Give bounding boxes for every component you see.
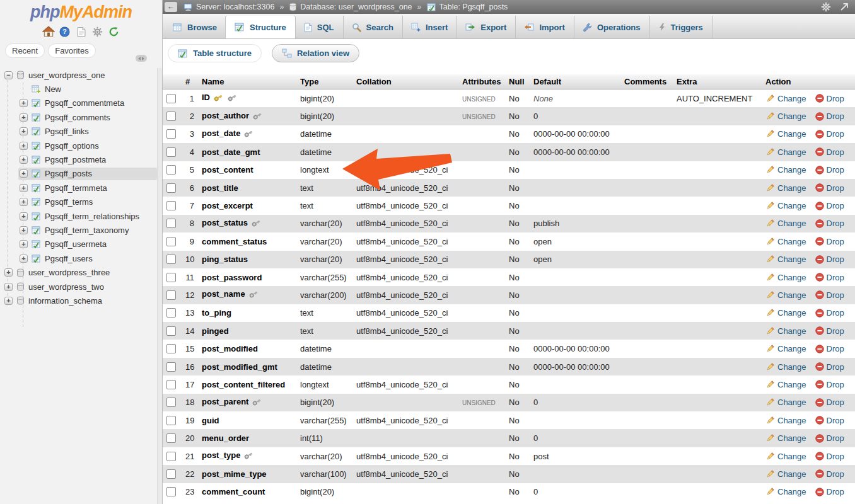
drop-link[interactable]: Drop [815,219,844,228]
sidebar-scrollbar[interactable] [157,68,162,504]
back-button[interactable]: ← [165,2,177,12]
drop-link[interactable]: Drop [815,326,844,336]
drop-link[interactable]: Drop [815,433,844,443]
expand-toggle-icon[interactable]: + [4,268,13,277]
drop-link[interactable]: Drop [815,308,844,318]
row-select-checkbox[interactable] [166,201,176,210]
sidebar-item-pgsqff_links[interactable]: +Pgsqff_links [0,125,157,139]
change-link[interactable]: Change [765,129,806,139]
sidebar-item-pgsqff_term_taxonomy[interactable]: +Pgsqff_term_taxonomy [0,223,157,237]
expand-toggle-icon[interactable]: + [20,127,28,135]
settings-button[interactable] [91,25,104,38]
page-settings-gear-icon[interactable] [821,2,831,12]
change-link[interactable]: Change [765,416,806,425]
row-select-checkbox[interactable] [166,112,176,121]
change-link[interactable]: Change [765,398,806,407]
row-select-checkbox[interactable] [166,147,176,157]
expand-toggle-icon[interactable]: + [4,297,13,305]
row-select-checkbox[interactable] [166,469,176,479]
drop-link[interactable]: Drop [815,416,844,425]
sidebar-item-pgsqff_commentmeta[interactable]: +Pgsqff_commentmeta [0,96,157,110]
expand-toggle-icon[interactable]: + [20,212,28,220]
drop-link[interactable]: Drop [815,362,844,372]
expand-toggle-icon[interactable]: + [20,113,28,122]
drop-link[interactable]: Drop [815,273,844,282]
refresh-button[interactable] [108,25,120,38]
drop-link[interactable]: Drop [815,165,844,175]
change-link[interactable]: Change [765,201,806,210]
sidebar-item-pgsqff_termmeta[interactable]: +Pgsqff_termmeta [0,181,157,195]
row-select-checkbox[interactable] [166,487,176,496]
change-link[interactable]: Change [765,94,806,103]
sidebar-item-new[interactable]: New [0,82,157,96]
sidebar-item-pgsqff_options[interactable]: +Pgsqff_options [0,139,157,152]
row-select-checkbox[interactable] [166,326,176,336]
expand-toggle-icon[interactable]: + [20,226,28,234]
change-link[interactable]: Change [765,273,806,282]
row-select-checkbox[interactable] [166,273,176,282]
drop-link[interactable]: Drop [815,237,844,246]
sidebar-item-pgsqff_users[interactable]: +Pgsqff_users [0,251,157,265]
row-select-checkbox[interactable] [166,94,176,103]
drop-link[interactable]: Drop [815,112,844,121]
sidebar-item-information_schema[interactable]: +information_schema [0,294,157,307]
drop-link[interactable]: Drop [815,183,844,193]
drop-link[interactable]: Drop [815,487,844,496]
drop-link[interactable]: Drop [815,290,844,300]
help-button[interactable]: ? [59,25,71,38]
row-select-checkbox[interactable] [166,398,176,407]
doc-button[interactable] [75,25,88,38]
sidebar-item-pgsqff_terms[interactable]: +Pgsqff_terms [0,195,157,209]
tab-insert[interactable]: Insert [402,16,457,38]
change-link[interactable]: Change [765,237,806,246]
tab-triggers[interactable]: Triggers [649,16,712,38]
row-select-checkbox[interactable] [166,433,176,443]
row-select-checkbox[interactable] [166,362,176,372]
sidebar-item-pgsqff_term_relationships[interactable]: +Pgsqff_term_relationships [0,209,157,223]
drop-link[interactable]: Drop [815,147,844,157]
row-select-checkbox[interactable] [166,452,176,461]
row-select-checkbox[interactable] [166,380,176,389]
sidebar-item-pgsqff_postmeta[interactable]: +Pgsqff_postmeta [0,152,157,166]
tab-sql[interactable]: SQL [295,16,343,38]
tab-export[interactable]: Export [457,16,515,38]
expand-toggle-icon[interactable]: + [20,99,28,107]
expand-toggle-icon[interactable]: + [20,255,28,263]
tab-operations[interactable]: Operations [574,16,649,38]
panel-resize-handle-icon[interactable] [136,55,147,62]
drop-link[interactable]: Drop [815,344,844,353]
drop-link[interactable]: Drop [815,398,844,407]
subtab-table-structure[interactable]: Table structure [168,44,262,62]
sidebar-item-pgsqff_usermeta[interactable]: +Pgsqff_usermeta [0,238,157,251]
row-select-checkbox[interactable] [166,308,176,318]
change-link[interactable]: Change [765,469,806,479]
row-select-checkbox[interactable] [166,129,176,139]
change-link[interactable]: Change [765,452,806,461]
sidebar-item-user_wordpress_three[interactable]: +user_wordpress_three [0,265,157,279]
drop-link[interactable]: Drop [815,255,844,264]
expand-toggle-icon[interactable]: + [20,198,28,206]
row-select-checkbox[interactable] [166,290,176,300]
expand-toggle-icon[interactable]: + [20,169,28,178]
tab-search[interactable]: Search [343,16,402,38]
subtab-relation-view[interactable]: Relation view [272,44,359,62]
sidebar-item-user_wordpress_one[interactable]: −user_wordpress_one [0,68,157,82]
change-link[interactable]: Change [765,308,806,318]
collapse-top-icon[interactable] [840,3,849,11]
change-link[interactable]: Change [765,147,806,157]
change-link[interactable]: Change [765,219,806,228]
drop-link[interactable]: Drop [815,452,844,461]
breadcrumb-database[interactable]: Database: user_wordpress_one [289,3,412,11]
change-link[interactable]: Change [765,326,806,336]
expand-toggle-icon[interactable]: + [20,156,28,164]
row-select-checkbox[interactable] [166,344,176,353]
drop-link[interactable]: Drop [815,380,844,389]
drop-link[interactable]: Drop [815,201,844,210]
favorites-button[interactable]: Favorites [48,43,95,58]
change-link[interactable]: Change [765,183,806,193]
change-link[interactable]: Change [765,112,806,121]
drop-link[interactable]: Drop [815,129,844,139]
tab-structure[interactable]: Structure [226,16,295,38]
expand-toggle-icon[interactable]: + [20,142,28,150]
change-link[interactable]: Change [765,290,806,300]
